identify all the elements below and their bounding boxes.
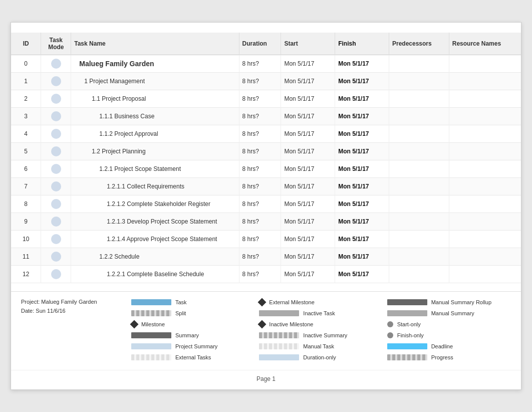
cell-finish: Mon 5/1/17 — [335, 125, 389, 143]
cell-resources — [449, 266, 521, 283]
col-resources: Resource Names — [449, 33, 521, 55]
legend-label: Inactive Milestone — [269, 321, 313, 327]
page-number: Page 1 — [256, 375, 276, 382]
cell-finish: Mon 5/1/17 — [335, 231, 389, 248]
cell-start: Mon 5/1/17 — [281, 195, 335, 213]
legend-bar — [387, 310, 427, 316]
cell-duration: 8 hrs? — [239, 195, 281, 213]
col-id: ID — [11, 33, 41, 55]
cell-finish: Mon 5/1/17 — [335, 213, 389, 231]
task-mode-icon — [51, 199, 61, 209]
cell-start: Mon 5/1/17 — [281, 231, 335, 248]
cell-name: 1.2.1.3 Develop Project Scope Statement — [71, 213, 239, 231]
cell-name: Malueg Family Garden — [71, 55, 239, 73]
legend-item: Inactive Task — [259, 309, 383, 318]
legend-label: Split — [175, 310, 186, 316]
col-start: Start — [281, 33, 335, 55]
task-mode-icon — [51, 234, 61, 244]
milestone-icon — [258, 298, 267, 307]
legend-bar — [131, 310, 171, 316]
legend-label: Project Summary — [175, 343, 217, 349]
table-row: 91.2.1.3 Develop Project Scope Statement… — [11, 213, 521, 231]
cell-mode — [41, 55, 71, 73]
legend-item: External Tasks — [131, 353, 255, 362]
cell-predecessors — [389, 231, 449, 248]
legend-label: Progress — [431, 354, 453, 360]
task-name-label: 1.2.2 Schedule — [74, 253, 139, 260]
task-name-label: 1.2.1.1 Collect Requirements — [74, 183, 184, 190]
cell-duration: 8 hrs? — [239, 178, 281, 195]
legend-grid: TaskSplitMilestoneSummaryProject Summary… — [131, 298, 511, 362]
legend-item: External Milestone — [259, 298, 383, 307]
task-name-label: Malueg Family Garden — [74, 60, 154, 68]
cell-name: 1.1 Project Proposal — [71, 90, 239, 108]
cell-duration: 8 hrs? — [239, 231, 281, 248]
legend-item: Deadline — [387, 342, 511, 351]
cell-finish: Mon 5/1/17 — [335, 55, 389, 73]
cell-duration: 8 hrs? — [239, 73, 281, 90]
task-name-label: 1.1.1 Business Case — [74, 113, 154, 120]
task-mode-icon — [51, 94, 61, 104]
gantt-table-wrapper: ID Task Mode Task Name Duration Start Fi… — [11, 33, 521, 283]
task-name-label: 1 Project Management — [74, 78, 145, 85]
cell-duration: 8 hrs? — [239, 125, 281, 143]
cell-id: 7 — [11, 178, 41, 195]
cell-start: Mon 5/1/17 — [281, 108, 335, 125]
table-row: 51.2 Project Planning8 hrs?Mon 5/1/17Mon… — [11, 143, 521, 160]
legend-bar — [259, 343, 299, 349]
legend-item: Inactive Summary — [259, 331, 383, 340]
cell-id: 5 — [11, 143, 41, 160]
page-footer: Page 1 — [11, 370, 521, 384]
legend-item: Progress — [387, 353, 511, 362]
table-row: 11 Project Management8 hrs?Mon 5/1/17Mon… — [11, 73, 521, 90]
legend-item: Inactive Milestone — [259, 320, 383, 329]
task-mode-icon — [51, 252, 61, 262]
cell-mode — [41, 73, 71, 90]
cell-name: 1.2.1.1 Collect Requirements — [71, 178, 239, 195]
cell-predecessors — [389, 178, 449, 195]
cell-predecessors — [389, 248, 449, 266]
cell-id: 8 — [11, 195, 41, 213]
cell-resources — [449, 231, 521, 248]
legend-item: Manual Summary — [387, 309, 511, 318]
legend-label: Inactive Summary — [303, 332, 347, 338]
milestone-icon — [258, 320, 267, 329]
cell-predecessors — [389, 108, 449, 125]
col-mode: Task Mode — [41, 33, 71, 55]
legend-item: Start-only — [387, 320, 511, 329]
cell-duration: 8 hrs? — [239, 90, 281, 108]
cell-predecessors — [389, 143, 449, 160]
dot-icon — [387, 321, 393, 327]
legend-bar — [131, 354, 171, 360]
cell-start: Mon 5/1/17 — [281, 266, 335, 283]
cell-name: 1.2.2.1 Complete Baseline Schedule — [71, 266, 239, 283]
legend-bar — [131, 343, 171, 349]
col-predecessors: Predecessors — [389, 33, 449, 55]
cell-mode — [41, 160, 71, 178]
cell-start: Mon 5/1/17 — [281, 178, 335, 195]
table-row: 71.2.1.1 Collect Requirements8 hrs?Mon 5… — [11, 178, 521, 195]
cell-resources — [449, 108, 521, 125]
cell-predecessors — [389, 55, 449, 73]
cell-mode — [41, 195, 71, 213]
task-mode-icon — [51, 76, 61, 86]
table-row: 31.1.1 Business Case8 hrs?Mon 5/1/17Mon … — [11, 108, 521, 125]
cell-duration: 8 hrs? — [239, 248, 281, 266]
legend-item: Duration-only — [259, 353, 383, 362]
legend-bar — [259, 354, 299, 360]
cell-finish: Mon 5/1/17 — [335, 90, 389, 108]
cell-id: 9 — [11, 213, 41, 231]
task-name-label: 1.2.1.4 Approve Project Scope Statement — [74, 236, 217, 243]
cell-duration: 8 hrs? — [239, 213, 281, 231]
legend-bar — [259, 332, 299, 338]
cell-duration: 8 hrs? — [239, 160, 281, 178]
legend-bar — [387, 354, 427, 360]
legend-label: Manual Summary Rollup — [431, 299, 491, 305]
cell-mode — [41, 143, 71, 160]
cell-start: Mon 5/1/17 — [281, 73, 335, 90]
cell-name: 1.2 Project Planning — [71, 143, 239, 160]
cell-finish: Mon 5/1/17 — [335, 108, 389, 125]
legend-item: Manual Summary Rollup — [387, 298, 511, 307]
cell-mode — [41, 231, 71, 248]
legend-item: Manual Task — [259, 342, 383, 351]
